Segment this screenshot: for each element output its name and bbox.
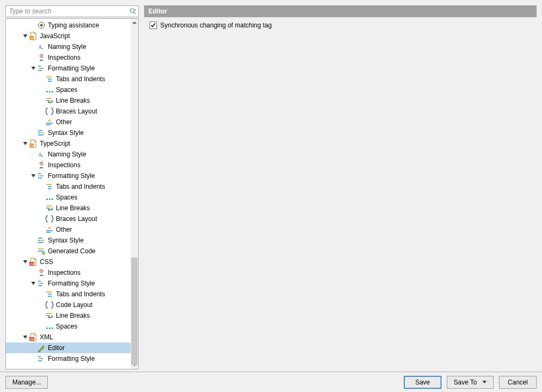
toggle-spacer (30, 345, 37, 351)
tree-item-js-naming[interactable]: Naming Style (6, 41, 131, 52)
tree-item-ts-formatting[interactable]: Formatting Style (6, 170, 131, 181)
checkbox-icon[interactable] (149, 22, 157, 29)
search-icon[interactable] (129, 8, 137, 15)
tree-item-css[interactable]: CSS (6, 256, 131, 267)
tree-item-label: Inspections (48, 54, 84, 61)
tree-item-ts-generated[interactable]: Generated Code (6, 246, 131, 256)
tree-item-xml[interactable]: XML (6, 332, 131, 343)
tabs-icon (45, 290, 54, 298)
tree-item-label: Naming Style (48, 43, 89, 51)
tree-item-ts-linebreaks[interactable]: Line Breaks (6, 203, 131, 213)
assist-icon (37, 21, 46, 30)
scroll-thumb[interactable] (131, 258, 138, 365)
tree-item-label: Spaces (56, 86, 81, 94)
tree-item-js-other[interactable]: Other (6, 117, 131, 127)
tree-item-label: Editor (48, 344, 68, 352)
tree-item-ts-braces[interactable]: Braces Layout (6, 213, 131, 224)
tree-scrollbar[interactable] (131, 19, 138, 369)
jsfile-icon (29, 32, 38, 40)
toggle-icon[interactable] (22, 140, 28, 147)
tree-item-label: JavaScript (40, 32, 73, 40)
toggle-icon[interactable] (30, 173, 37, 179)
tree-item-css-tabs[interactable]: Tabs and Indents (6, 289, 131, 300)
toggle-spacer (38, 302, 45, 308)
tree-item-xml-formatting[interactable]: Formatting Style (6, 353, 131, 364)
save-button[interactable]: Save (404, 376, 441, 389)
toggle-spacer (38, 183, 45, 190)
save-to-button[interactable]: Save To (447, 376, 494, 389)
syntax-icon (37, 129, 46, 137)
tsfile-icon (29, 139, 38, 148)
formatting-icon (37, 354, 46, 363)
sync-tag-label: Synchronous changing of matching tag (160, 22, 272, 29)
tree-item-css-spaces[interactable]: Spaces (6, 321, 131, 332)
tree-item-label: TypeScript (40, 140, 74, 147)
sync-tag-option[interactable]: Synchronous changing of matching tag (149, 22, 531, 29)
tree-item-label: Line Breaks (56, 312, 93, 319)
tree-item-label: Formatting Style (48, 280, 98, 287)
tree-item-css-inspections[interactable]: Inspections (6, 267, 131, 278)
tree-item-ts-naming[interactable]: Naming Style (6, 149, 131, 160)
tree-item-ts-inspections[interactable]: Inspections (6, 160, 131, 170)
tree-item-ts-syntax[interactable]: Syntax Style (6, 235, 131, 246)
tree-item-ts-tabs[interactable]: Tabs and Indents (6, 181, 131, 192)
toggle-icon[interactable] (22, 334, 28, 340)
save-to-label: Save To (454, 379, 477, 386)
tree-item-ts-other[interactable]: Other (6, 224, 131, 235)
tree-item-label: Tabs and Indents (56, 183, 108, 190)
toggle-spacer (30, 355, 37, 362)
tree-item-label: Inspections (48, 161, 84, 169)
tree-item-js-formatting[interactable]: Formatting Style (6, 63, 131, 74)
linebreaks-icon (45, 311, 54, 320)
toggle-spacer (38, 291, 45, 297)
manage-button[interactable]: Manage... (5, 376, 48, 389)
toggle-spacer (30, 269, 37, 276)
tree-item-js-tabs[interactable]: Tabs and Indents (6, 74, 131, 84)
tree-item-js-spaces[interactable]: Spaces (6, 84, 131, 95)
tree-item-css-codelayout[interactable]: Code Layout (6, 300, 131, 310)
tree-item-css-linebreaks[interactable]: Line Breaks (6, 310, 131, 321)
tree-item-js-braces[interactable]: Braces Layout (6, 106, 131, 117)
tree-item-label: XML (40, 333, 56, 341)
tree-item-js-linebreaks[interactable]: Line Breaks (6, 95, 131, 106)
toggle-spacer (38, 97, 45, 104)
settings-tree[interactable]: Typing assistanceJavaScriptNaming StyleI… (6, 19, 131, 369)
tree-item-typescript[interactable]: TypeScript (6, 138, 131, 149)
toggle-icon[interactable] (30, 65, 37, 72)
tree-item-label: Other (56, 226, 75, 233)
tree-item-label: Braces Layout (56, 215, 101, 223)
tree-item-label: Braces Layout (56, 108, 101, 115)
linebreaks-icon (45, 96, 54, 105)
cssfile-icon (29, 258, 38, 266)
xmlfile-icon (29, 333, 38, 341)
other-icon (45, 118, 54, 126)
tree-item-javascript[interactable]: JavaScript (6, 31, 131, 41)
tree-item-label: CSS (40, 258, 56, 266)
tree-item-css-formatting[interactable]: Formatting Style (6, 278, 131, 289)
toggle-spacer (30, 162, 37, 168)
scroll-up-icon[interactable] (131, 19, 138, 26)
toggle-spacer (38, 216, 45, 222)
tree-item-label: Tabs and Indents (56, 75, 108, 83)
toggle-icon[interactable] (22, 33, 28, 39)
tabs-icon (45, 182, 54, 191)
tree-item-js-syntax[interactable]: Syntax Style (6, 127, 131, 138)
spaces-icon (45, 193, 54, 202)
tree-item-typing-assist[interactable]: Typing assistance (6, 20, 131, 31)
inspections-icon (37, 161, 46, 169)
other-icon (45, 225, 54, 234)
toggle-icon[interactable] (30, 280, 37, 287)
search-input[interactable] (5, 5, 139, 17)
toggle-spacer (38, 194, 45, 201)
toggle-spacer (30, 151, 37, 158)
tree-item-ts-spaces[interactable]: Spaces (6, 192, 131, 203)
toggle-spacer (38, 76, 45, 82)
toggle-icon[interactable] (22, 259, 28, 265)
tree-item-label: Naming Style (48, 151, 89, 158)
cancel-button[interactable]: Cancel (499, 376, 537, 389)
tree-item-js-inspections[interactable]: Inspections (6, 52, 131, 63)
scroll-track[interactable] (131, 26, 138, 361)
tree-item-xml-editor[interactable]: Editor (6, 343, 131, 353)
toggle-spacer (30, 54, 37, 61)
naming-icon (37, 150, 46, 159)
